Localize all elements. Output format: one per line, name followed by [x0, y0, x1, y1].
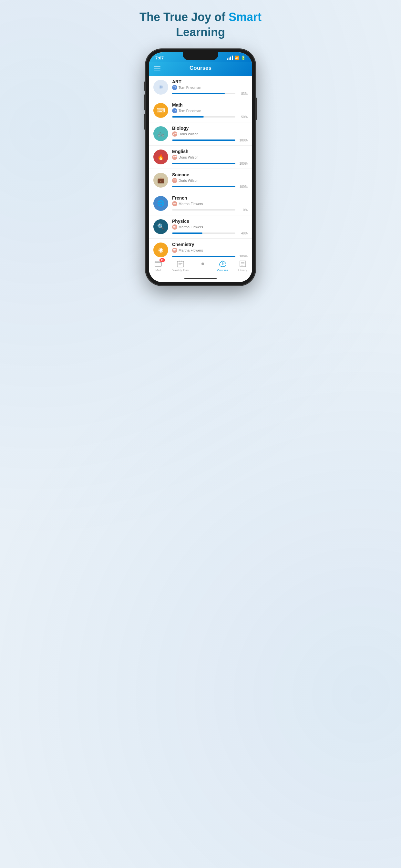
progress-percentage: 100%: [237, 255, 248, 257]
course-name: Chemistry: [172, 242, 248, 247]
svg-rect-0: [155, 261, 161, 267]
teacher-row: TF Tom Friedman: [172, 108, 248, 113]
progress-row: 0%: [172, 208, 248, 212]
progress-bar-fill: [172, 116, 204, 118]
course-item[interactable]: ⚛ ART TF Tom Friedman 83%: [149, 76, 252, 99]
teacher-avatar: DW: [172, 178, 177, 183]
progress-row: 48%: [172, 231, 248, 235]
nav-badge: 11: [159, 258, 165, 262]
progress-row: 100%: [172, 138, 248, 142]
teacher-row: MF Martha Flowers: [172, 224, 248, 229]
progress-bar-bg: [172, 256, 235, 257]
course-icon-math: ⌨: [153, 103, 168, 118]
course-list: ⚛ ART TF Tom Friedman 83% ⌨ Math: [149, 76, 252, 257]
status-icons: 📶 🔋: [227, 56, 246, 60]
nav-label-4: Library: [238, 269, 247, 272]
progress-row: 100%: [172, 185, 248, 189]
nav-item-mail[interactable]: 11 Mail: [154, 259, 162, 272]
progress-bar-fill: [172, 232, 203, 234]
progress-percentage: 100%: [237, 162, 248, 165]
teacher-name: Martha Flowers: [179, 248, 203, 252]
menu-button[interactable]: [154, 66, 160, 70]
progress-bar-bg: [172, 116, 235, 118]
progress-bar-fill: [172, 93, 225, 94]
course-item[interactable]: 🚲 Biology DW Doris Wilson 100%: [149, 122, 252, 146]
course-icon-art: ⚛: [153, 80, 168, 95]
course-item[interactable]: ◉ Chemistry MF Martha Flowers 100%: [149, 239, 252, 257]
home-indicator-bar: [184, 278, 217, 279]
progress-bar-fill: [172, 186, 235, 187]
progress-bar-fill: [172, 256, 235, 257]
progress-row: 100%: [172, 255, 248, 257]
course-item[interactable]: ⌨ Math TF Tom Friedman 50%: [149, 99, 252, 122]
teacher-row: TF Tom Friedman: [172, 85, 248, 90]
teacher-name: Doris Wilson: [179, 155, 198, 159]
app-title: Courses: [189, 65, 212, 71]
nav-label-1: Weekly Plan: [173, 269, 189, 272]
teacher-avatar: MF: [172, 224, 177, 229]
progress-percentage: 48%: [237, 231, 248, 235]
teacher-avatar: TF: [172, 85, 177, 90]
course-item[interactable]: 🌐 French MF Martha Flowers 0%: [149, 192, 252, 215]
nav-icon-4: [239, 259, 247, 268]
course-name: Physics: [172, 219, 248, 224]
nav-icon-1: [176, 259, 185, 268]
course-item[interactable]: 🔥 English DW Doris Wilson 100%: [149, 146, 252, 169]
progress-bar-bg: [172, 93, 235, 94]
course-item[interactable]: 🔍 Physics MF Martha Flowers 48%: [149, 215, 252, 239]
course-info: English DW Doris Wilson 100%: [172, 149, 248, 165]
nav-item-library[interactable]: Library: [238, 259, 247, 272]
course-icon-chemistry: ◉: [153, 243, 168, 257]
nav-item-weekly-plan[interactable]: Weekly Plan: [173, 259, 189, 272]
nav-item-courses[interactable]: Courses: [217, 259, 228, 272]
battery-icon: 🔋: [241, 56, 246, 60]
teacher-name: Doris Wilson: [179, 132, 198, 136]
progress-bar-bg: [172, 140, 235, 141]
nav-icon-3: [219, 259, 227, 268]
phone-frame: 7:07 📶 🔋 Courses: [146, 49, 255, 285]
progress-bar-fill: [172, 163, 235, 164]
teacher-avatar: MF: [172, 248, 177, 253]
svg-rect-2: [177, 261, 184, 267]
course-item[interactable]: 💼 Science DW Doris Wilson 100%: [149, 169, 252, 192]
volume-mute-button: [144, 82, 146, 91]
teacher-name: Tom Friedman: [179, 109, 201, 113]
bottom-nav: 11 Mail Weekly Plan Courses Library: [149, 257, 252, 276]
course-icon-science: 💼: [153, 173, 168, 188]
nav-item-home[interactable]: [198, 259, 207, 272]
volume-down-button: [144, 114, 146, 130]
teacher-row: MF Martha Flowers: [172, 248, 248, 253]
course-info: French MF Martha Flowers 0%: [172, 195, 248, 212]
progress-row: 100%: [172, 162, 248, 165]
wifi-icon: 📶: [235, 56, 239, 60]
course-info: Math TF Tom Friedman 50%: [172, 102, 248, 119]
teacher-name: Tom Friedman: [179, 86, 201, 89]
nav-label-0: Mail: [155, 269, 161, 272]
progress-percentage: 50%: [237, 115, 248, 119]
course-name: Math: [172, 102, 248, 107]
page-wrapper: The True Joy of Smart Learning 7:07: [117, 10, 284, 285]
progress-row: 50%: [172, 115, 248, 119]
course-name: English: [172, 149, 248, 154]
power-button: [255, 97, 257, 120]
notch: [183, 52, 218, 60]
progress-percentage: 100%: [237, 185, 248, 189]
teacher-avatar: MF: [172, 201, 177, 206]
teacher-avatar: DW: [172, 131, 177, 136]
teacher-name: Martha Flowers: [179, 225, 203, 229]
progress-percentage: 83%: [237, 92, 248, 96]
home-indicator: [149, 276, 252, 282]
nav-icon-0: 11: [154, 259, 162, 268]
course-info: Physics MF Martha Flowers 48%: [172, 219, 248, 235]
course-name: Science: [172, 172, 248, 177]
svg-point-7: [202, 262, 204, 265]
phone-screen: 7:07 📶 🔋 Courses: [149, 52, 252, 282]
signal-icon: [227, 56, 233, 60]
teacher-avatar: DW: [172, 155, 177, 160]
volume-up-button: [144, 94, 146, 111]
teacher-row: DW Doris Wilson: [172, 178, 248, 183]
course-name: Biology: [172, 126, 248, 131]
hero-title: The True Joy of Smart Learning: [133, 10, 268, 40]
nav-label-3: Courses: [217, 269, 228, 272]
teacher-row: DW Doris Wilson: [172, 131, 248, 136]
